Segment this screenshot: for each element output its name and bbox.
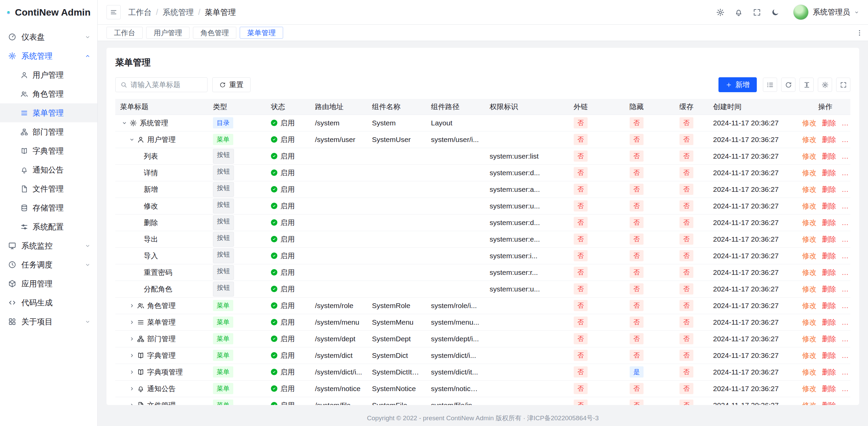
- expand-toggle[interactable]: [127, 135, 136, 144]
- storage-icon: [20, 204, 28, 212]
- sidebar-subitem[interactable]: 文件管理: [0, 179, 97, 198]
- topbar-gear-button[interactable]: [712, 4, 728, 20]
- modify-link[interactable]: 修改: [802, 384, 816, 393]
- expand-toggle[interactable]: [120, 119, 129, 127]
- sidebar-item[interactable]: 任务调度: [0, 255, 97, 274]
- flag-badge: 否: [574, 217, 588, 228]
- tab-item[interactable]: 工作台: [106, 27, 143, 39]
- modify-link[interactable]: 修改: [802, 251, 816, 261]
- check-circle-icon: [271, 369, 277, 375]
- sidebar-subitem[interactable]: 存储管理: [0, 198, 97, 217]
- modify-link[interactable]: 修改: [802, 168, 816, 178]
- topbar-bell-button[interactable]: [731, 4, 746, 20]
- modify-link[interactable]: 修改: [802, 401, 816, 405]
- breadcrumb-item[interactable]: 系统管理: [162, 7, 194, 18]
- check-icon: [272, 187, 276, 191]
- expand-toggle[interactable]: [127, 334, 136, 343]
- breadcrumb-item[interactable]: 菜单管理: [205, 7, 236, 18]
- modify-link[interactable]: 修改: [802, 151, 816, 161]
- sidebar-subitem-label: 用户管理: [33, 70, 64, 80]
- sidebar-item[interactable]: 关于项目: [0, 312, 97, 331]
- component-name-cell: [367, 148, 426, 164]
- delete-link[interactable]: 删除: [822, 284, 836, 294]
- expand-toggle[interactable]: [127, 384, 136, 393]
- delete-link[interactable]: 删除: [822, 367, 836, 377]
- sidebar-subitem[interactable]: 角色管理: [0, 84, 97, 103]
- permission-cell: system:user:r...: [485, 264, 553, 281]
- modify-link[interactable]: 修改: [802, 334, 816, 344]
- toolbar-list-view-button[interactable]: [763, 78, 777, 92]
- column-header: 操作: [795, 99, 850, 115]
- actions-cell: 修改删除新增: [795, 364, 850, 380]
- sidebar-subitem[interactable]: 字典管理: [0, 141, 97, 160]
- delete-link[interactable]: 删除: [822, 235, 836, 244]
- toolbar-row-height-button[interactable]: [800, 78, 814, 92]
- search-input[interactable]: [131, 81, 202, 89]
- expand-toggle[interactable]: [127, 301, 136, 310]
- delete-link[interactable]: 删除: [822, 351, 836, 360]
- delete-link[interactable]: 删除: [822, 151, 836, 161]
- modify-link[interactable]: 修改: [802, 135, 816, 144]
- dict-icon: [137, 352, 144, 359]
- user-menu[interactable]: 系统管理员: [793, 4, 859, 20]
- modify-link[interactable]: 修改: [802, 118, 816, 128]
- modify-link[interactable]: 修改: [802, 235, 816, 244]
- breadcrumb-item[interactable]: 工作台: [128, 7, 152, 18]
- status-enabled: 启用: [271, 151, 295, 161]
- expand-toggle[interactable]: [127, 368, 136, 377]
- expand-toggle[interactable]: [127, 401, 136, 405]
- toolbar-right: 新增: [718, 77, 850, 92]
- tab-item[interactable]: 菜单管理: [240, 27, 283, 39]
- tab-item[interactable]: 角色管理: [193, 27, 236, 39]
- modify-link[interactable]: 修改: [802, 367, 816, 377]
- expand-toggle[interactable]: [127, 351, 136, 360]
- sidebar-subitem[interactable]: 部门管理: [0, 122, 97, 141]
- toolbar-fullscreen-button[interactable]: [836, 78, 850, 92]
- delete-link[interactable]: 删除: [822, 185, 836, 194]
- delete-link[interactable]: 删除: [822, 201, 836, 211]
- expand-toggle[interactable]: [127, 318, 136, 327]
- delete-link[interactable]: 删除: [822, 218, 836, 227]
- sidebar-subitem[interactable]: 菜单管理: [0, 103, 97, 122]
- reset-button[interactable]: 重置: [212, 77, 251, 92]
- table-row: 系统管理目录启用/systemSystemLayout否否否2024-11-17…: [115, 115, 850, 131]
- toolbar-gear-button[interactable]: [818, 78, 832, 92]
- topbar-moon-button[interactable]: [767, 4, 783, 20]
- sidebar-collapse-button[interactable]: [106, 5, 121, 19]
- tab-more-button[interactable]: [851, 25, 868, 41]
- toolbar-refresh-button[interactable]: [781, 78, 795, 92]
- modify-link[interactable]: 修改: [802, 268, 816, 277]
- sidebar-item[interactable]: 系统管理: [0, 46, 97, 65]
- delete-link[interactable]: 删除: [822, 318, 836, 327]
- delete-link[interactable]: 删除: [822, 384, 836, 393]
- delete-link[interactable]: 删除: [822, 334, 836, 344]
- modify-link[interactable]: 修改: [802, 284, 816, 294]
- modify-link[interactable]: 修改: [802, 185, 816, 194]
- delete-link[interactable]: 删除: [822, 268, 836, 277]
- delete-link[interactable]: 删除: [822, 168, 836, 178]
- sidebar-item[interactable]: 仪表盘: [0, 27, 97, 46]
- delete-link[interactable]: 删除: [822, 135, 836, 144]
- delete-link[interactable]: 删除: [822, 301, 836, 310]
- route-cell: [310, 164, 367, 181]
- modify-link[interactable]: 修改: [802, 201, 816, 211]
- type-cell: 按钮: [208, 281, 266, 297]
- actions-cell: 修改删除新增: [795, 314, 850, 330]
- modify-link[interactable]: 修改: [802, 218, 816, 227]
- delete-link[interactable]: 删除: [822, 118, 836, 128]
- modify-link[interactable]: 修改: [802, 318, 816, 327]
- app-logo[interactable]: ContiNew Admin: [0, 0, 97, 25]
- tab-item[interactable]: 用户管理: [146, 27, 190, 39]
- sidebar-subitem[interactable]: 通知公告: [0, 160, 97, 179]
- sidebar-item[interactable]: 应用管理: [0, 274, 97, 293]
- modify-link[interactable]: 修改: [802, 301, 816, 310]
- add-button[interactable]: 新增: [718, 77, 757, 92]
- sidebar-subitem[interactable]: 用户管理: [0, 65, 97, 84]
- sidebar-item[interactable]: 代码生成: [0, 293, 97, 312]
- delete-link[interactable]: 删除: [822, 251, 836, 261]
- modify-link[interactable]: 修改: [802, 351, 816, 360]
- sidebar-item[interactable]: 系统监控: [0, 236, 97, 255]
- delete-link[interactable]: 删除: [822, 401, 836, 405]
- topbar-fullscreen-button[interactable]: [749, 4, 765, 20]
- sidebar-subitem[interactable]: 系统配置: [0, 217, 97, 236]
